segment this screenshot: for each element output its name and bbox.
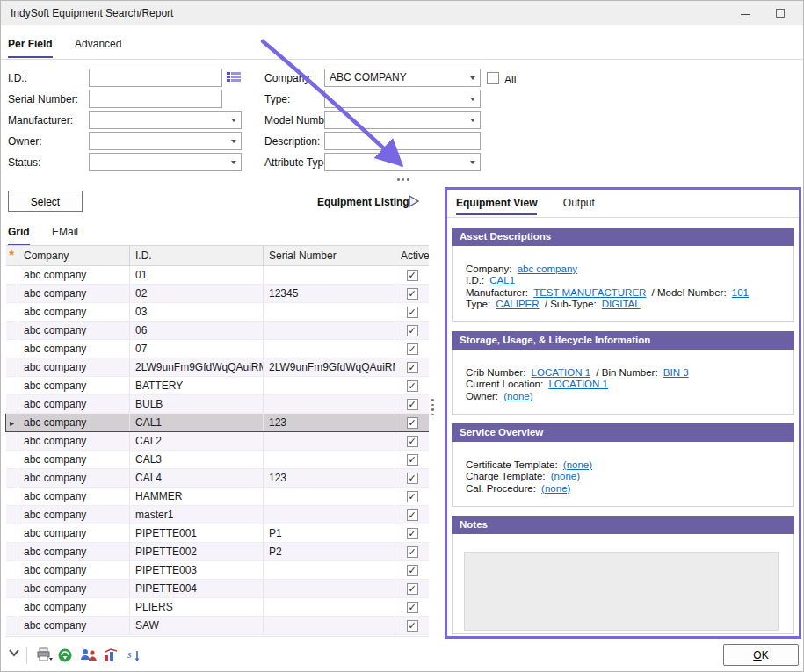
active-checkbox[interactable]: ✓ bbox=[407, 436, 418, 447]
table-row[interactable]: abc companySAW✓ bbox=[6, 617, 430, 635]
asset-id-link[interactable]: CAL1 bbox=[489, 275, 515, 285]
detail-tabs: Equipment View Output bbox=[456, 197, 618, 215]
active-checkbox[interactable]: ✓ bbox=[407, 307, 418, 318]
bin-number-link[interactable]: BIN 3 bbox=[663, 367, 689, 378]
id-input[interactable] bbox=[89, 69, 222, 87]
active-checkbox[interactable]: ✓ bbox=[407, 528, 418, 539]
table-row[interactable]: abc companymaster1✓ bbox=[6, 506, 430, 524]
table-row[interactable]: abc companyHAMMER✓ bbox=[6, 488, 430, 506]
active-checkbox[interactable]: ✓ bbox=[407, 362, 418, 373]
column-header-id[interactable]: I.D. bbox=[130, 246, 264, 266]
attribute-type-dropdown[interactable] bbox=[324, 153, 481, 171]
description-input[interactable] bbox=[324, 132, 481, 150]
active-checkbox[interactable]: ✓ bbox=[407, 583, 418, 595]
table-row[interactable]: abc companyPIPETTE004✓ bbox=[6, 580, 430, 598]
status-dropdown[interactable] bbox=[89, 153, 242, 171]
table-row[interactable]: abc companyPLIERS✓ bbox=[6, 598, 430, 617]
tab-email[interactable]: EMail bbox=[52, 226, 78, 244]
all-checkbox[interactable] bbox=[487, 72, 499, 84]
collapse-chevron-icon[interactable] bbox=[8, 647, 25, 665]
column-header-serial[interactable]: Serial Number bbox=[264, 246, 395, 266]
users-icon[interactable] bbox=[80, 647, 98, 665]
active-checkbox[interactable]: ✓ bbox=[407, 343, 418, 355]
table-row[interactable]: abc company0212345✓ bbox=[6, 285, 430, 303]
cell-company: abc company bbox=[18, 432, 130, 451]
owner-dropdown[interactable] bbox=[89, 132, 242, 150]
sort-icon[interactable]: s bbox=[126, 647, 143, 665]
cell-active: ✓ bbox=[395, 617, 430, 635]
asset-model-link[interactable]: 101 bbox=[732, 287, 749, 298]
table-row[interactable]: abc company2LW9unFm9GfdWqQAuiRMLI2LW9unF… bbox=[6, 358, 430, 377]
ok-button[interactable]: OK bbox=[723, 644, 799, 666]
table-row[interactable]: abc companyPIPETTE002P2✓ bbox=[6, 543, 430, 561]
table-row[interactable]: ▸abc companyCAL1123✓ bbox=[6, 414, 430, 432]
table-row[interactable]: abc companyCAL2✓ bbox=[6, 432, 430, 451]
row-indicator bbox=[6, 469, 18, 488]
notes-textarea[interactable] bbox=[464, 552, 779, 631]
asset-model-label: / Model Number: bbox=[652, 287, 727, 298]
active-checkbox[interactable]: ✓ bbox=[407, 325, 418, 336]
certificate-template-link[interactable]: (none) bbox=[563, 459, 592, 470]
active-checkbox[interactable]: ✓ bbox=[407, 565, 418, 576]
maximize-button[interactable] bbox=[766, 1, 796, 25]
tab-per-field[interactable]: Per Field bbox=[8, 38, 53, 58]
active-checkbox[interactable]: ✓ bbox=[407, 473, 418, 484]
active-checkbox[interactable]: ✓ bbox=[407, 380, 418, 392]
active-checkbox[interactable]: ✓ bbox=[407, 620, 418, 632]
active-checkbox[interactable]: ✓ bbox=[407, 509, 418, 521]
current-location-link[interactable]: LOCATION 1 bbox=[548, 379, 608, 389]
active-checkbox[interactable]: ✓ bbox=[407, 288, 418, 300]
column-header-active[interactable]: Active bbox=[395, 246, 430, 266]
table-row[interactable]: abc companyCAL4123✓ bbox=[6, 469, 430, 488]
browse-equipment-icon[interactable] bbox=[226, 70, 243, 87]
table-row[interactable]: abc company03✓ bbox=[6, 303, 430, 322]
row-indicator bbox=[6, 617, 18, 635]
asset-company-link[interactable]: abc company bbox=[518, 264, 577, 274]
owner-detail-link[interactable]: (none) bbox=[503, 391, 532, 401]
table-row[interactable]: abc companyBATTERY✓ bbox=[6, 377, 430, 395]
column-header-company[interactable]: Company bbox=[18, 246, 130, 266]
tab-output[interactable]: Output bbox=[563, 197, 595, 213]
manufacturer-dropdown[interactable] bbox=[89, 111, 242, 129]
run-listing-icon[interactable] bbox=[409, 195, 419, 210]
table-row[interactable]: abc companyPIPETTE003✓ bbox=[6, 561, 430, 580]
cal-procedure-link[interactable]: (none) bbox=[541, 483, 570, 494]
export-icon[interactable] bbox=[57, 647, 75, 665]
active-checkbox[interactable]: ✓ bbox=[407, 417, 418, 429]
row-indicator bbox=[6, 580, 18, 598]
section-storage: Storage, Usage, & Lifecycle Information … bbox=[452, 331, 794, 415]
active-checkbox[interactable]: ✓ bbox=[407, 602, 418, 613]
table-row[interactable]: abc company01✓ bbox=[6, 266, 430, 285]
model-dropdown[interactable] bbox=[324, 111, 481, 129]
tab-advanced[interactable]: Advanced bbox=[75, 38, 121, 56]
crib-number-link[interactable]: LOCATION 1 bbox=[532, 367, 591, 378]
select-button[interactable]: Select bbox=[8, 191, 83, 212]
asset-type-link[interactable]: CALIPER bbox=[496, 299, 539, 309]
table-row[interactable]: abc company07✓ bbox=[6, 340, 430, 358]
asset-subtype-link[interactable]: DIGITAL bbox=[602, 299, 641, 309]
asset-type-label: Type: bbox=[466, 299, 490, 309]
splitter-handle-horizontal[interactable] bbox=[397, 178, 411, 181]
splitter-handle-vertical[interactable] bbox=[431, 399, 434, 415]
type-dropdown[interactable] bbox=[324, 90, 481, 108]
table-row[interactable]: abc companyPIPETTE001P1✓ bbox=[6, 524, 430, 543]
table-row[interactable]: abc company06✓ bbox=[6, 322, 430, 340]
company-dropdown[interactable]: ABC COMPANY bbox=[324, 69, 481, 87]
asset-manufacturer-link[interactable]: TEST MANUFACTURER bbox=[533, 287, 646, 298]
charge-template-link[interactable]: (none) bbox=[551, 471, 580, 481]
serial-input[interactable] bbox=[89, 90, 222, 108]
design-icon[interactable] bbox=[103, 647, 120, 665]
active-checkbox[interactable]: ✓ bbox=[407, 270, 418, 281]
tab-grid[interactable]: Grid bbox=[8, 226, 30, 246]
active-checkbox[interactable]: ✓ bbox=[407, 454, 418, 466]
tab-equipment-view[interactable]: Equipment View bbox=[456, 197, 537, 215]
print-icon[interactable] bbox=[36, 647, 54, 665]
table-row[interactable]: abc companyCAL3✓ bbox=[6, 451, 430, 469]
window: { "window": { "title": "IndySoft Equipme… bbox=[0, 0, 804, 672]
active-checkbox[interactable]: ✓ bbox=[407, 491, 418, 502]
table-row[interactable]: abc companyBULB✓ bbox=[6, 395, 430, 414]
cell-company: abc company bbox=[18, 598, 130, 617]
minimize-button[interactable] bbox=[731, 1, 761, 25]
active-checkbox[interactable]: ✓ bbox=[407, 546, 418, 558]
active-checkbox[interactable]: ✓ bbox=[407, 399, 418, 410]
